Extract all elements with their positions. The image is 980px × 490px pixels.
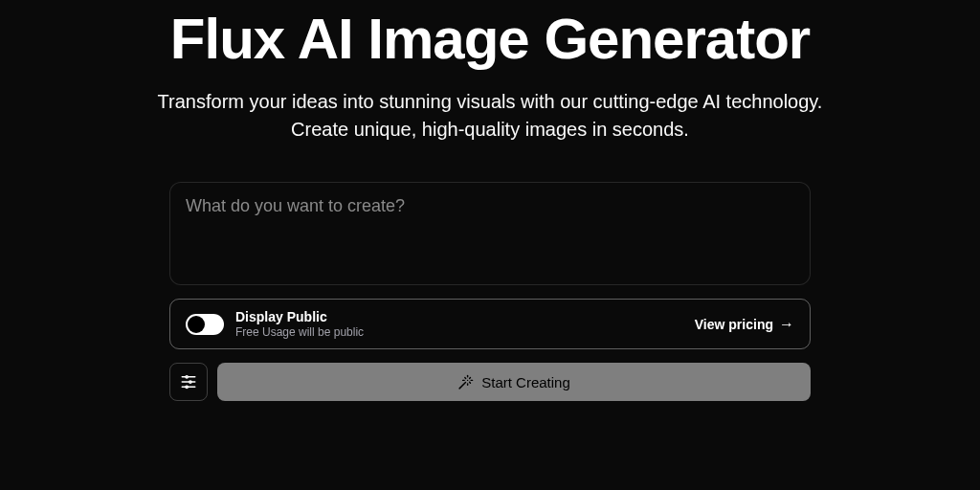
generator-panel: Display Public Free Usage will be public… <box>169 182 811 401</box>
view-pricing-link[interactable]: View pricing → <box>695 316 794 333</box>
settings-button[interactable] <box>169 363 208 401</box>
magic-wand-icon <box>457 374 474 390</box>
page-title: Flux AI Image Generator <box>170 8 810 71</box>
arrow-right-icon: → <box>779 316 794 333</box>
svg-point-2 <box>186 376 188 378</box>
public-visibility-row: Display Public Free Usage will be public… <box>169 299 811 349</box>
start-button-label: Start Creating <box>481 374 570 390</box>
public-text-group: Display Public Free Usage will be public <box>235 309 364 339</box>
public-subtitle: Free Usage will be public <box>235 325 364 339</box>
toggle-knob <box>188 316 205 333</box>
svg-point-5 <box>189 381 191 383</box>
svg-point-8 <box>186 386 188 388</box>
public-title: Display Public <box>235 309 364 324</box>
sliders-icon <box>180 373 197 390</box>
display-public-toggle[interactable] <box>186 314 224 335</box>
action-row: Start Creating <box>169 363 811 401</box>
page-subtitle: Transform your ideas into stunning visua… <box>145 88 835 144</box>
prompt-input[interactable] <box>169 182 811 285</box>
public-left-group: Display Public Free Usage will be public <box>186 309 364 339</box>
pricing-label: View pricing <box>695 317 773 332</box>
start-creating-button[interactable]: Start Creating <box>217 363 811 401</box>
